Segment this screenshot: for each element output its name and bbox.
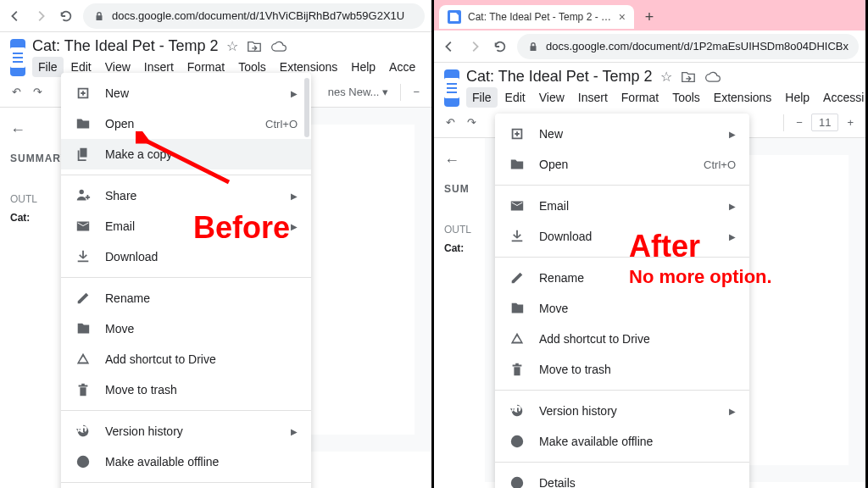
menu-format[interactable]: Format xyxy=(615,87,665,108)
menu-item-share[interactable]: Share▶ xyxy=(61,180,311,211)
lock-icon xyxy=(93,10,105,22)
nav-back-button[interactable] xyxy=(441,38,458,55)
menu-item-version-history[interactable]: Version history▶ xyxy=(61,416,311,446)
person-plus-icon xyxy=(75,187,92,204)
menu-item-add-shortcut-to-drive[interactable]: Add shortcut to Drive xyxy=(495,324,749,354)
menu-item-make-available-offline[interactable]: Make available offline xyxy=(61,446,311,477)
menu-tools[interactable]: Tools xyxy=(666,87,706,108)
mail-icon xyxy=(509,197,526,214)
plus-box-icon xyxy=(75,85,92,102)
pencil-icon xyxy=(75,290,92,307)
menu-insert[interactable]: Insert xyxy=(572,87,614,108)
menu-item-label: Move to trash xyxy=(539,363,736,376)
menu-edit[interactable]: Edit xyxy=(499,87,531,108)
nav-forward-button[interactable] xyxy=(466,38,483,55)
menu-file[interactable]: File xyxy=(32,57,64,77)
outline-item[interactable]: Cat: xyxy=(444,242,475,254)
tab-strip: Cat: The Ideal Pet - Temp 2 - Goo × + xyxy=(434,0,865,30)
menu-item-add-shortcut-to-drive[interactable]: Add shortcut to Drive xyxy=(61,344,311,374)
address-bar[interactable]: docs.google.com/document/d/1VhViCBijRhBd… xyxy=(83,3,425,29)
menu-item-make-a-copy[interactable]: Make a copy xyxy=(61,139,311,169)
address-bar[interactable]: docs.google.com/document/d/1P2maEsUIHSDm… xyxy=(517,34,859,59)
cloud-status-icon[interactable] xyxy=(270,41,287,53)
move-folder-icon[interactable] xyxy=(681,69,696,85)
outline-heading: OUTL xyxy=(444,224,475,236)
menu-item-new[interactable]: New▶ xyxy=(495,119,749,149)
redo-button[interactable]: ↷ xyxy=(30,84,46,100)
new-tab-button[interactable]: + xyxy=(637,5,661,29)
submenu-arrow-icon: ▶ xyxy=(291,222,298,231)
menu-acce[interactable]: Acce xyxy=(383,57,421,77)
menu-item-details[interactable]: Details xyxy=(495,468,749,488)
menu-file[interactable]: File xyxy=(466,87,498,108)
menu-item-label: New xyxy=(539,127,715,141)
font-size-field[interactable]: 11 xyxy=(811,114,838,131)
font-size-minus[interactable]: − xyxy=(409,84,423,100)
menu-item-label: Move to trash xyxy=(105,383,298,396)
menu-item-move-to-trash[interactable]: Move to trash xyxy=(495,354,749,385)
menu-extensions[interactable]: Extensions xyxy=(708,87,777,108)
submenu-arrow-icon: ▶ xyxy=(729,407,736,416)
menu-item-rename[interactable]: Rename xyxy=(61,283,311,313)
docs-favicon-icon xyxy=(448,10,461,24)
menu-item-label: New xyxy=(105,86,277,100)
copy-icon xyxy=(75,146,92,163)
menu-item-label: Version history xyxy=(105,424,277,438)
menu-item-move[interactable]: Move xyxy=(495,293,749,324)
download-icon xyxy=(509,228,526,245)
menu-accessi[interactable]: Accessi xyxy=(817,87,868,108)
font-size-minus[interactable]: − xyxy=(793,114,806,130)
font-size-plus[interactable]: + xyxy=(843,114,857,130)
menu-separator xyxy=(61,175,311,175)
menu-separator xyxy=(495,185,749,186)
outline-back-icon[interactable]: ← xyxy=(444,152,475,169)
docs-logo-icon[interactable] xyxy=(10,39,25,76)
outline-panel: ← SUM OUTL Cat: xyxy=(434,138,485,482)
star-icon[interactable]: ☆ xyxy=(660,69,672,85)
menu-separator xyxy=(61,410,311,411)
history-icon xyxy=(509,402,526,419)
menu-item-open[interactable]: OpenCtrl+O xyxy=(61,108,311,139)
menu-help[interactable]: Help xyxy=(345,57,381,77)
menu-item-download[interactable]: Download▶ xyxy=(495,221,749,252)
undo-button[interactable]: ↶ xyxy=(442,114,459,130)
doc-title[interactable]: Cat: The Ideal Pet - Temp 2 xyxy=(466,68,652,86)
menu-item-label: Share xyxy=(105,189,277,202)
url-text: docs.google.com/document/d/1VhViCBijRhBd… xyxy=(112,9,404,22)
menu-item-download[interactable]: Download xyxy=(61,241,311,272)
menu-item-version-history[interactable]: Version history▶ xyxy=(495,396,749,426)
tab-close-button[interactable]: × xyxy=(619,10,626,24)
undo-button[interactable]: ↶ xyxy=(8,84,25,100)
folder-icon xyxy=(509,156,526,173)
browser-tab[interactable]: Cat: The Ideal Pet - Temp 2 - Goo × xyxy=(439,5,634,29)
menu-view[interactable]: View xyxy=(533,87,570,108)
nav-back-button[interactable] xyxy=(7,8,24,25)
star-icon[interactable]: ☆ xyxy=(226,38,238,54)
offline-icon xyxy=(75,453,92,470)
docs-logo-icon[interactable] xyxy=(444,69,459,107)
menu-item-open[interactable]: OpenCtrl+O xyxy=(495,149,749,180)
redo-button[interactable]: ↷ xyxy=(464,114,480,130)
menu-item-label: Add shortcut to Drive xyxy=(539,332,736,346)
doc-title[interactable]: Cat: The Ideal Pet - Temp 2 xyxy=(32,37,218,55)
submenu-arrow-icon: ▶ xyxy=(291,89,298,98)
offline-icon xyxy=(509,433,526,450)
submenu-arrow-icon: ▶ xyxy=(291,427,298,436)
menu-item-label: Rename xyxy=(105,291,298,305)
cloud-status-icon[interactable] xyxy=(704,71,721,83)
info-icon xyxy=(509,474,526,488)
nav-forward-button[interactable] xyxy=(32,8,49,25)
menu-item-move[interactable]: Move xyxy=(61,313,311,344)
menu-item-email[interactable]: Email▶ xyxy=(61,211,311,241)
menu-item-make-available-offline[interactable]: Make available offline xyxy=(495,426,749,457)
menubar: FileEditViewInsertFormatToolsExtensionsH… xyxy=(466,87,868,108)
nav-reload-button[interactable] xyxy=(492,38,509,55)
menu-item-new[interactable]: New▶ xyxy=(61,78,311,108)
menu-item-rename[interactable]: Rename xyxy=(495,263,749,293)
font-selector[interactable]: nes New... ▾ xyxy=(325,84,392,100)
menu-item-move-to-trash[interactable]: Move to trash xyxy=(61,374,311,405)
nav-reload-button[interactable] xyxy=(58,8,75,25)
menu-item-email[interactable]: Email▶ xyxy=(495,191,749,221)
move-folder-icon[interactable] xyxy=(247,39,262,54)
menu-help[interactable]: Help xyxy=(779,87,815,108)
